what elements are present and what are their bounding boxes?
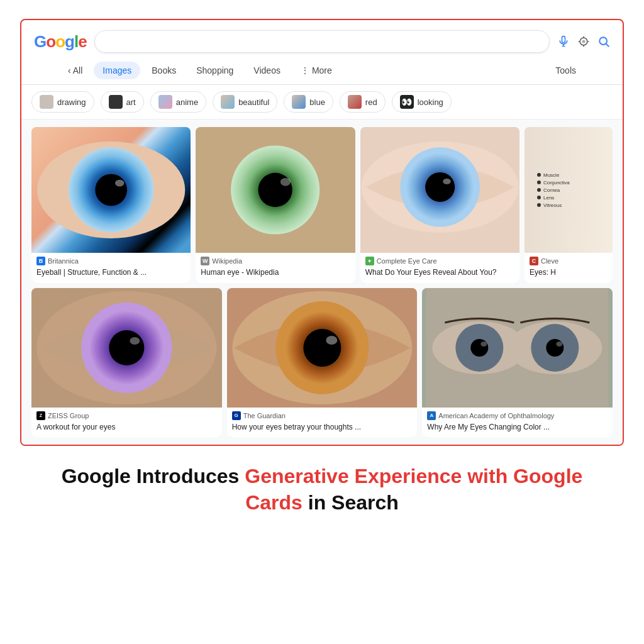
tab-videos[interactable]: Videos [245, 62, 289, 79]
tab-shopping[interactable]: Shopping [187, 62, 242, 79]
tab-books[interactable]: Books [143, 62, 185, 79]
svg-point-26 [130, 337, 140, 345]
caption-area: Google Introduces Generative Experience … [20, 446, 624, 526]
search-input[interactable]: eyes [105, 36, 539, 47]
svg-point-9 [599, 37, 607, 45]
search-bar-row: Google eyes [21, 20, 623, 59]
chip-art[interactable]: art [101, 91, 144, 113]
outer-wrapper: Google eyes [20, 19, 624, 526]
svg-point-39 [557, 341, 563, 347]
microphone-icon[interactable] [557, 35, 570, 48]
image-card-cleveland[interactable]: Muscle Conjunctiva Cornea Lens Vitreous … [525, 127, 613, 283]
google-logo: Google [34, 32, 87, 52]
svg-point-14 [115, 180, 124, 187]
image-card-britannica[interactable]: B Britannica Eyeball | Structure, Functi… [31, 127, 191, 283]
chip-blue[interactable]: blue [284, 91, 333, 113]
svg-point-13 [95, 174, 127, 206]
svg-rect-0 [562, 36, 565, 43]
image-card-guardian[interactable]: G The Guardian How your eyes betray your… [227, 288, 418, 438]
svg-point-22 [443, 179, 451, 184]
svg-point-34 [471, 339, 489, 357]
bottom-image-grid: Z ZEISS Group A workout for your eyes [31, 288, 613, 438]
svg-line-10 [606, 44, 609, 47]
chip-anime[interactable]: anime [150, 91, 206, 113]
search-input-wrap[interactable]: eyes [94, 30, 550, 53]
svg-point-30 [326, 336, 337, 345]
anatomy-diagram: Muscle Conjunctiva Cornea Lens Vitreous [532, 167, 575, 213]
tab-images[interactable]: Images [94, 62, 140, 79]
svg-point-17 [258, 173, 292, 207]
tools-button[interactable]: Tools [547, 62, 585, 79]
nav-back[interactable]: ‹ All [59, 62, 91, 79]
search-icons [557, 35, 610, 48]
svg-point-38 [547, 339, 564, 357]
chip-drawing[interactable]: drawing [31, 91, 94, 113]
chip-beautiful[interactable]: beautiful [213, 91, 277, 113]
top-image-grid: B Britannica Eyeball | Structure, Functi… [31, 127, 613, 283]
images-area: B Britannica Eyeball | Structure, Functi… [21, 119, 623, 445]
svg-point-25 [109, 330, 144, 365]
image-card-ophthalmology[interactable]: A American Academy of Ophthalmology Why … [422, 288, 613, 438]
browser-card: Google eyes [20, 19, 624, 446]
chips-row: drawing art anime beautiful blue red [21, 85, 623, 119]
svg-point-21 [425, 172, 455, 202]
image-card-wikipedia[interactable]: W Wikipedia Human eye - Wikipedia [196, 127, 355, 283]
chip-looking[interactable]: 👀 looking [392, 91, 452, 113]
image-card-zeiss[interactable]: Z ZEISS Group A workout for your eyes [31, 288, 222, 438]
svg-point-29 [303, 329, 341, 367]
svg-point-35 [481, 341, 487, 347]
lens-icon[interactable] [577, 35, 590, 48]
search-icon[interactable] [597, 35, 610, 48]
tab-more[interactable]: ⋮ More [292, 62, 341, 79]
chip-red[interactable]: red [340, 91, 386, 113]
caption-text: Google Introduces Generative Experience … [33, 464, 611, 516]
nav-tabs: ‹ All Images Books Shopping Videos ⋮ Mor… [21, 59, 623, 85]
svg-point-18 [280, 178, 291, 186]
svg-point-4 [582, 40, 586, 43]
image-card-eyecare[interactable]: ✦ Complete Eye Care What Do Your Eyes Re… [360, 127, 519, 283]
